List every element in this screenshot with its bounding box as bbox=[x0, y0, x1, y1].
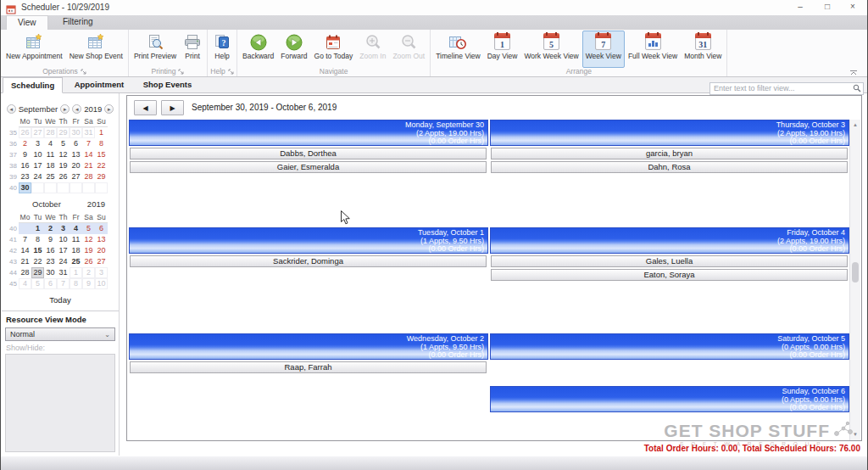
calendar-day[interactable]: 17 bbox=[57, 245, 70, 256]
calendar-day[interactable]: 17 bbox=[31, 160, 44, 171]
appointment-bar[interactable]: Dabbs, Dorthea bbox=[130, 148, 487, 159]
appointment-bar[interactable]: Dahn, Rosa bbox=[491, 161, 848, 173]
full-week-view-button[interactable]: Full Week View bbox=[625, 31, 681, 68]
calendar-day[interactable]: 3 bbox=[57, 223, 70, 234]
calendar-day[interactable]: 29 bbox=[57, 127, 70, 138]
calendar-day[interactable]: 4 bbox=[44, 138, 57, 149]
dialog-launcher-icon[interactable] bbox=[228, 68, 234, 76]
calendar-day[interactable]: 2 bbox=[44, 223, 57, 234]
today-button[interactable]: Today bbox=[2, 295, 119, 305]
calendar-day[interactable]: 27 bbox=[95, 256, 108, 267]
calendar-day[interactable]: 2 bbox=[19, 138, 31, 149]
calendar-day[interactable]: 8 bbox=[31, 234, 44, 245]
day-header-thursday[interactable]: Thursday, October 3(2 Appts, 19.00 Hrs)(… bbox=[490, 120, 849, 146]
work-week-view-button[interactable]: 5 Work Week View bbox=[520, 31, 581, 68]
calendar-day[interactable]: 24 bbox=[31, 171, 44, 182]
calendar-day[interactable]: 26 bbox=[57, 171, 70, 182]
calendar-day[interactable]: 7 bbox=[57, 278, 70, 289]
zoom-in-button[interactable]: Zoom In bbox=[356, 31, 389, 68]
next-week-button[interactable]: ▶ bbox=[161, 100, 184, 115]
dialog-launcher-icon[interactable] bbox=[81, 68, 86, 76]
calendar-day[interactable]: 11 bbox=[70, 234, 82, 245]
calendar-day[interactable]: 24 bbox=[57, 256, 70, 267]
calendar-day[interactable]: 8 bbox=[95, 138, 108, 149]
calendar-day[interactable]: 27 bbox=[31, 127, 44, 138]
calendar-day[interactable]: 13 bbox=[70, 149, 82, 160]
calendar-day[interactable]: 25 bbox=[70, 256, 82, 267]
calendar-day[interactable]: 5 bbox=[82, 223, 95, 234]
calendar-day[interactable]: 9 bbox=[19, 149, 31, 160]
calendar-day[interactable]: 26 bbox=[19, 127, 31, 138]
day-header-saturday[interactable]: Saturday, October 5(0 Appts, 0.00 Hrs)(0… bbox=[490, 333, 849, 360]
day-header-monday[interactable]: Monday, September 30(2 Appts, 19.00 Hrs)… bbox=[129, 120, 488, 146]
calendar-day[interactable]: 29 bbox=[95, 171, 108, 182]
maximize-button[interactable]: □ bbox=[815, 0, 840, 15]
calendar-day[interactable]: 20 bbox=[70, 160, 82, 171]
tab-appointment[interactable]: Appointment bbox=[67, 77, 132, 92]
scrollbar-thumb[interactable] bbox=[852, 262, 859, 283]
calendar-day[interactable]: 11 bbox=[44, 149, 57, 160]
vertical-scrollbar[interactable]: ▲ ▼ bbox=[849, 120, 860, 440]
day-header-sunday[interactable]: Sunday, October 6(0 Appts, 0.00 Hrs)(0.0… bbox=[490, 386, 849, 412]
day-header-wednesday[interactable]: Wednesday, October 2(1 Appts, 9.50 Hrs)(… bbox=[129, 333, 488, 360]
calendar-day[interactable]: 6 bbox=[95, 223, 108, 234]
minimize-button[interactable]: – bbox=[787, 0, 813, 15]
calendar-day[interactable]: 20 bbox=[95, 245, 108, 256]
collapse-ribbon-icon[interactable] bbox=[849, 64, 860, 74]
calendar-day[interactable]: 28 bbox=[82, 171, 95, 182]
calendar-day[interactable]: 1 bbox=[70, 267, 82, 278]
calendar-day[interactable]: 23 bbox=[44, 256, 57, 267]
search-icon[interactable] bbox=[853, 81, 861, 96]
calendar-day[interactable]: 3 bbox=[95, 267, 108, 278]
calendar-day[interactable]: 3 bbox=[31, 138, 44, 149]
calendar-day[interactable]: 12 bbox=[57, 149, 70, 160]
calendar-day[interactable]: 15 bbox=[31, 245, 44, 256]
calendar-day[interactable]: 25 bbox=[44, 171, 57, 182]
calendar-day[interactable]: 5 bbox=[31, 278, 44, 289]
week-view-button[interactable]: 7 Week View bbox=[582, 31, 625, 68]
appointment-bar[interactable]: Raap, Farrah bbox=[130, 361, 487, 373]
appointment-bar[interactable]: Gaier, Esmeralda bbox=[130, 161, 487, 173]
calendar-day[interactable]: 10 bbox=[95, 278, 108, 289]
calendar-day[interactable]: 30 bbox=[44, 267, 57, 278]
next-month-icon[interactable]: ▸ bbox=[60, 104, 70, 114]
prev-year-icon[interactable]: ◂ bbox=[72, 104, 81, 114]
print-button[interactable]: Print bbox=[180, 31, 205, 68]
day-header-tuesday[interactable]: Tuesday, October 1(1 Appts, 9.50 Hrs)(0.… bbox=[129, 227, 488, 254]
resource-view-mode-select[interactable]: Normal ⌄ bbox=[5, 327, 115, 341]
ribbon-tab-view[interactable]: View bbox=[6, 15, 48, 30]
appointment-bar[interactable]: Eaton, Soraya bbox=[491, 269, 848, 281]
day-view-button[interactable]: 1 Day View bbox=[484, 31, 521, 68]
go-to-today-button[interactable]: Go to Today bbox=[311, 31, 357, 68]
calendar-day[interactable]: 18 bbox=[70, 245, 82, 256]
appointment-bar[interactable]: Sackrider, Dominga bbox=[130, 255, 487, 267]
print-preview-button[interactable]: Print Preview bbox=[131, 31, 180, 68]
calendar-day[interactable]: 19 bbox=[57, 160, 70, 171]
calendar-day[interactable]: 21 bbox=[82, 160, 95, 171]
next-year-icon[interactable]: ▸ bbox=[104, 104, 114, 114]
calendar-day[interactable]: 14 bbox=[19, 245, 31, 256]
calendar-day[interactable]: 10 bbox=[57, 234, 70, 245]
calendar-day[interactable]: 27 bbox=[70, 171, 82, 182]
new-appointment-button[interactable]: New Appointment bbox=[3, 31, 66, 68]
day-header-friday[interactable]: Friday, October 4(2 Appts, 19.00 Hrs)(0.… bbox=[490, 227, 849, 254]
calendar-day[interactable]: 4 bbox=[70, 223, 82, 234]
calendar-day[interactable]: 2 bbox=[82, 267, 95, 278]
appointment-bar[interactable]: garcia, bryan bbox=[491, 148, 848, 159]
calendar-day[interactable]: 13 bbox=[95, 234, 108, 245]
calendar-day[interactable]: 15 bbox=[95, 149, 108, 160]
calendar-day[interactable]: 28 bbox=[44, 127, 57, 138]
tab-scheduling[interactable]: Scheduling bbox=[3, 77, 63, 93]
calendar-day[interactable]: 10 bbox=[31, 149, 44, 160]
calendar-day[interactable]: 9 bbox=[82, 278, 95, 289]
prev-month-icon[interactable]: ◂ bbox=[7, 104, 16, 114]
calendar-day[interactable]: 6 bbox=[70, 138, 82, 149]
help-button[interactable]: ? Help bbox=[209, 31, 235, 68]
scroll-up-icon[interactable]: ▲ bbox=[850, 120, 860, 131]
calendar-day[interactable]: 14 bbox=[82, 149, 95, 160]
month-view-button[interactable]: 31 Month View bbox=[681, 31, 725, 68]
filter-input[interactable] bbox=[709, 82, 864, 95]
resource-list-box[interactable] bbox=[5, 354, 115, 452]
calendar-day[interactable]: 30 bbox=[19, 182, 31, 193]
calendar-day[interactable]: 28 bbox=[19, 267, 31, 278]
